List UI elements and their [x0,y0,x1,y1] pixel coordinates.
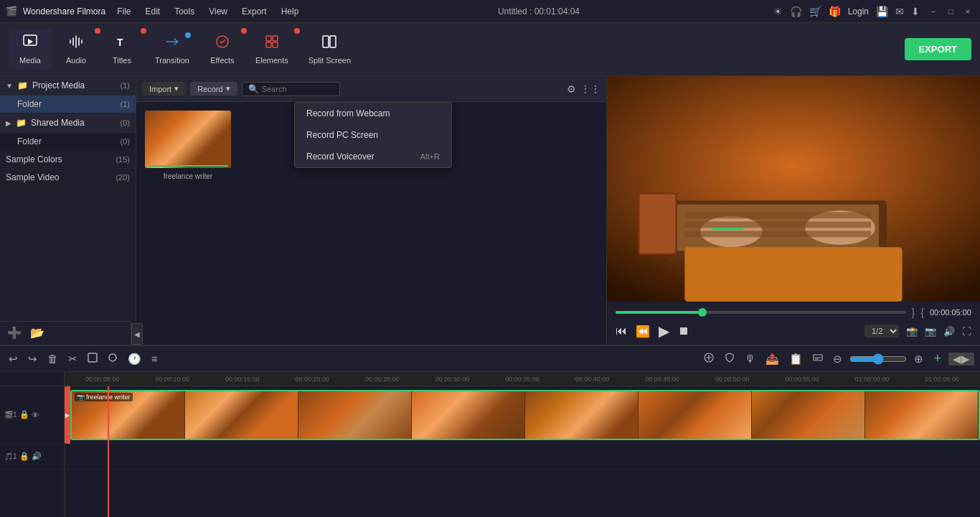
audio-mute-icon[interactable]: 🔊 [32,452,42,461]
menu-tools[interactable]: Tools [169,5,200,18]
quality-selector[interactable]: 1/2 [864,325,899,337]
dropdown-record-webcam[interactable]: Record from Webcam [295,103,451,124]
shield-icon[interactable] [722,351,738,366]
crop-button[interactable] [85,351,100,366]
mic-icon[interactable]: 🎙 [742,351,758,366]
progress-thumb [698,308,707,317]
toolbar-media[interactable]: Media [9,29,52,69]
play-button[interactable]: ▶ [659,322,669,340]
clipboard-icon[interactable]: 📋 [786,351,806,367]
menu-edit[interactable]: Edit [140,5,166,18]
toolbar-titles[interactable]: T Titles [100,29,143,69]
export-button[interactable]: EXPORT [905,38,971,60]
media-thumb-0[interactable] [145,111,231,168]
filter-icon[interactable]: ⚙ [567,83,576,95]
sidebar-header-shared[interactable]: ▶ 📁 Shared Media (0) [0,113,136,133]
sidebar-item-sample-colors[interactable]: Sample Colors (15) [0,151,136,169]
svg-rect-8 [330,36,336,47]
zoom-out-button[interactable]: ⊖ [830,351,845,367]
mail-icon[interactable]: ✉ [895,6,904,17]
subtitle-icon[interactable] [810,351,826,366]
collapse-track-button[interactable]: ◀▶ [948,353,974,365]
search-box[interactable]: 🔍 [242,82,340,96]
zoom-in-button[interactable]: ⊕ [911,351,926,367]
sidebar-header-project[interactable]: ▼ 📁 Project Media (1) [0,76,136,96]
headset-icon[interactable]: 🎧 [790,6,802,17]
prev-frame-button[interactable]: ⏮ [616,325,627,337]
sidebar-item-sample-video[interactable]: Sample Video (20) [0,169,136,187]
title-bar-left: 🎬 Wondershare Filmora File Edit Tools Vi… [6,5,304,18]
noise-icon[interactable] [700,350,717,367]
dropdown-record-screen[interactable]: Record PC Screen [295,124,451,146]
stop-button[interactable]: ⏹ [678,325,689,337]
camera-icon[interactable]: 📷 [925,326,936,337]
upload-icon[interactable]: 📤 [763,351,782,367]
ctrl-right: 1/2 📸 📷 🔊 ⛶ [864,325,971,337]
maximize-button[interactable]: □ [944,5,957,18]
redo-button[interactable]: ↪ [25,351,40,367]
login-button[interactable]: Login [848,6,869,17]
menu-view[interactable]: View [203,5,233,18]
dropdown-record-voiceover[interactable]: Record Voiceover Alt+R [295,146,451,167]
toolbar-audio[interactable]: Audio [55,29,98,69]
menu-help[interactable]: Help [275,5,305,18]
clock-button[interactable]: 🕐 [125,351,144,367]
menu-bar[interactable]: File Edit Tools View Export Help [111,5,304,18]
tick-5: 00:00:30:00 [418,376,488,383]
new-folder-icon[interactable]: ➕ [7,326,22,340]
toolbar-transition[interactable]: Transition [146,29,198,69]
thumb-seg-6 [752,391,865,439]
save-icon[interactable]: 💾 [876,6,888,17]
undo-button[interactable]: ↩ [6,351,21,367]
video-clip-0[interactable]: 📷 freelance writer [70,390,980,440]
minimize-button[interactable]: − [927,5,940,18]
media-thumb-label-0: freelance writer [145,172,231,180]
delete-button[interactable]: 🗑 [44,351,61,366]
progress-bar[interactable] [616,311,906,314]
rewind-button[interactable]: ⏪ [636,325,650,338]
circle-button[interactable] [105,351,121,366]
lock-icon[interactable]: 🔒 [19,410,29,419]
download-icon[interactable]: ⬇ [911,6,920,17]
bracket-right-icon[interactable]: { [920,307,924,318]
sidebar-item-folder-shared[interactable]: Folder (0) [0,133,136,151]
svg-point-22 [109,354,116,361]
screenshot-icon[interactable]: 📸 [906,326,918,337]
cart-icon[interactable]: 🛒 [809,6,821,17]
sidebar-header-shared-left: ▶ 📁 Shared Media [6,118,85,128]
media-toolbar-icons: ⚙ ⋮⋮ [567,83,600,95]
sidebar-item-folder-project[interactable]: Folder (1) [0,96,136,113]
sidebar-collapse-button[interactable]: ◀ [131,323,136,345]
svg-rect-19 [640,195,676,253]
settings-button[interactable]: ≡ [149,351,161,366]
cut-button[interactable]: ✂ [65,351,80,367]
window-controls[interactable]: − □ × [927,5,974,18]
toolbar-split-screen[interactable]: Split Screen [300,29,359,69]
gift-icon[interactable]: 🎁 [829,6,841,17]
elements-dot [294,28,300,34]
eye-icon[interactable]: 👁 [32,411,39,419]
zoom-slider[interactable] [849,353,907,365]
add-track-button[interactable]: + [930,350,944,368]
record-button[interactable]: Record ▾ [190,82,237,96]
preview-panel: } { 00:00:05:00 ⏮ ⏪ ▶ ⏹ 1/2 📸 📷 🔊 ⛶ [607,76,980,345]
audio-lock-icon[interactable]: 🔒 [19,452,29,461]
svg-rect-7 [323,36,329,47]
record-voiceover-label: Record Voiceover [306,152,374,162]
close-button[interactable]: × [961,5,974,18]
import-folder-icon[interactable]: 📂 [30,326,44,340]
sun-icon[interactable]: ☀ [773,6,783,17]
menu-export[interactable]: Export [236,5,273,18]
bracket-left-icon[interactable]: } [912,307,915,318]
media-item-0[interactable]: freelance writer [145,111,231,180]
toolbar-effects[interactable]: Effects [201,29,244,69]
playhead[interactable] [108,386,109,517]
menu-file[interactable]: File [111,5,136,18]
import-button[interactable]: Import ▾ [142,82,186,96]
search-input[interactable] [262,85,334,93]
volume-icon[interactable]: 🔊 [943,326,955,337]
media-icon [22,34,38,53]
grid-icon[interactable]: ⋮⋮ [580,83,600,95]
fullscreen-icon[interactable]: ⛶ [962,326,971,337]
toolbar-elements[interactable]: Elements [247,29,297,69]
